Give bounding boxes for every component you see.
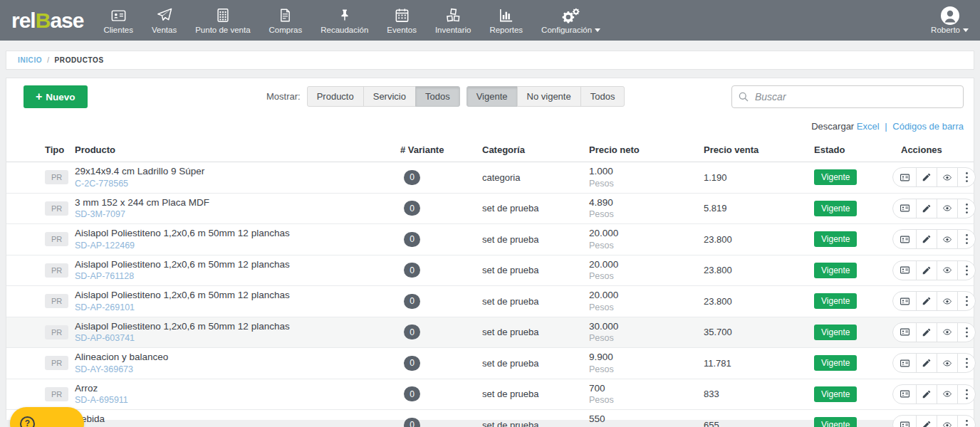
tipo-badge: PR [45,201,68,216]
tipo-badge: PR [45,170,68,184]
view-button[interactable] [937,322,958,342]
more-actions-button[interactable] [957,260,976,280]
contact-card-icon [899,358,911,369]
detail-card-button[interactable] [892,199,917,218]
table-row: PR Aislapol Poliestiteno 1,2x0,6 m 50mm … [6,286,974,317]
help-chat-widget[interactable]: ? [10,407,84,427]
more-actions-button[interactable] [957,415,976,427]
variant-count-badge: 0 [404,386,420,401]
currency-label: Pesos [589,178,704,189]
nav-item-inventario[interactable]: Inventario [435,6,471,34]
variant-count-badge: 0 [404,232,420,247]
tipo-badge: PR [45,356,68,370]
breadcrumb-productos: PRODUCTOS [55,56,104,64]
row-actions [892,291,976,311]
download-barcodes-link[interactable]: Códigos de barra [892,121,964,132]
header-acciones: Acciones [892,144,974,155]
user-menu[interactable]: Roberto [931,6,969,34]
view-button[interactable] [937,384,958,404]
chevron-down-icon [595,28,600,32]
paper-plane-icon [156,6,173,24]
product-name: Aislapol Poliestiteno 1,2x0,6 m 50mm 12 … [75,320,400,333]
edit-button[interactable] [916,384,937,404]
filter-todos-tipo-button[interactable]: Todos [415,86,460,107]
category-cell: set de prueba [482,265,589,275]
edit-button[interactable] [916,167,937,187]
edit-button[interactable] [916,415,937,427]
filter-vigente-button[interactable]: Vigente [466,86,518,107]
more-actions-button[interactable] [957,384,976,404]
edit-button[interactable] [916,353,937,373]
more-actions-button[interactable] [957,322,976,342]
tipo-badge: PR [45,387,68,401]
detail-card-button[interactable] [892,167,917,187]
detail-card-button[interactable] [892,415,917,427]
view-button[interactable] [937,260,958,280]
contact-card-icon [899,327,911,337]
row-actions [892,229,976,249]
eye-icon [942,359,953,368]
calculator-icon [215,6,231,24]
row-actions [892,260,976,280]
variant-count-badge: 0 [404,418,420,427]
status-badge: Vigente [814,231,857,247]
more-actions-button[interactable] [957,199,976,218]
detail-card-button[interactable] [892,353,917,373]
net-price: 20.000 [589,227,704,240]
view-button[interactable] [937,291,958,311]
nav-item-compras[interactable]: Compras [269,6,303,34]
view-button[interactable] [937,415,958,427]
edit-button[interactable] [916,322,937,342]
more-actions-button[interactable] [957,167,976,187]
table-row: PR Aislapol Poliestiteno 1,2x0,6 m 50mm … [6,317,974,349]
nav-item-clientes[interactable]: Clientes [103,6,133,34]
kebab-menu-icon [965,172,969,183]
view-button[interactable] [937,199,958,218]
variant-count-badge: 0 [404,325,420,339]
pencil-icon [922,234,932,244]
logo-text: rel [11,9,36,32]
pencil-icon [922,265,932,275]
filter-producto-button[interactable]: Producto [307,86,364,107]
edit-button[interactable] [916,199,937,218]
download-excel-link[interactable]: Excel [857,121,880,132]
detail-card-button[interactable] [892,229,917,249]
edit-button[interactable] [916,291,937,311]
currency-label: Pesos [589,209,704,220]
nav-item-recaudacion[interactable]: Recaudación [320,6,368,34]
more-actions-button[interactable] [957,353,976,373]
row-actions [892,167,976,187]
detail-card-button[interactable] [892,260,917,280]
edit-button[interactable] [916,260,937,280]
filter-servicio-button[interactable]: Servicio [363,86,416,107]
plus-icon: + [36,90,42,103]
category-cell: set de prueba [482,203,589,214]
more-actions-button[interactable] [957,291,976,311]
breadcrumb-inicio[interactable]: INICIO [18,56,42,64]
nav-item-punto-de-venta[interactable]: Punto de venta [195,6,250,34]
filter-no-vigente-button[interactable]: No vigente [517,86,581,107]
more-actions-button[interactable] [957,229,976,249]
nav-item-configuracion[interactable]: Configuración [541,6,600,34]
nav-item-ventas[interactable]: Ventas [152,6,177,34]
edit-button[interactable] [916,229,937,249]
nav-item-eventos[interactable]: Eventos [387,6,417,34]
contact-card-icon [899,420,911,427]
view-button[interactable] [937,167,958,187]
products-panel: + Nuevo Mostrar: Producto Servicio Todos… [6,78,974,420]
eye-icon [942,204,953,213]
detail-card-button[interactable] [892,291,917,311]
detail-card-button[interactable] [892,322,917,342]
currency-label: Pesos [589,394,704,406]
view-button[interactable] [937,229,958,249]
nav-item-reportes[interactable]: Reportes [489,6,523,34]
app-logo[interactable]: relBase [11,9,83,33]
pencil-icon [922,296,932,306]
view-button[interactable] [937,353,958,373]
net-price: 30.000 [589,320,704,333]
filter-todos-estado-button[interactable]: Todos [580,86,625,107]
new-product-button[interactable]: + Nuevo [24,85,88,108]
detail-card-button[interactable] [892,384,917,404]
search-input[interactable] [731,85,964,108]
logo-text-2: ase [50,9,83,32]
